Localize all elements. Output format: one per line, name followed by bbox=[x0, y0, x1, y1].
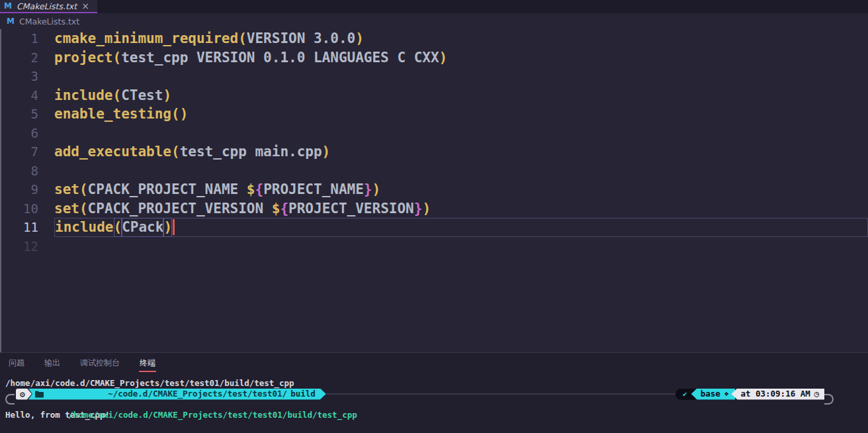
line-number: 8 bbox=[0, 162, 38, 181]
code-line-text: add_executable(test_cpp main.cpp) bbox=[54, 142, 868, 162]
terminal[interactable]: /home/axi/code.d/CMAKE_Projects/test/tes… bbox=[0, 373, 868, 433]
code-token: test_cpp VERSION 0.1.0 LANGUAGES C CXX bbox=[121, 48, 439, 68]
line-number: 1 bbox=[0, 29, 38, 48]
close-icon[interactable]: × bbox=[81, 1, 89, 11]
code-token: ( bbox=[238, 29, 247, 48]
line-number: 10 bbox=[0, 199, 38, 218]
code-token: ( bbox=[79, 199, 88, 218]
code-token: ( bbox=[114, 218, 122, 237]
code-line[interactable]: 11include(CPack) bbox=[0, 218, 868, 237]
code-line-text: set(CPACK_PROJECT_VERSION ${PROJECT_VERS… bbox=[54, 199, 868, 218]
code-token: ( bbox=[171, 142, 180, 162]
code-lines-container: 1cmake_minimum_required(VERSION 3.0.0)2p… bbox=[0, 29, 868, 256]
breadcrumb-label: CMakeLists.txt bbox=[19, 17, 79, 26]
editor-tab-bar: M CMakeLists.txt × bbox=[0, 0, 868, 13]
code-token: include bbox=[54, 86, 113, 105]
code-token: $ bbox=[272, 199, 281, 218]
code-token: } bbox=[364, 180, 372, 199]
text-cursor bbox=[173, 219, 175, 235]
terminal-command-line[interactable]: /home/axi/code.d/CMAKE_Projects/test/tes… bbox=[0, 399, 868, 410]
code-line[interactable]: 3 bbox=[0, 67, 868, 86]
code-line-text: include(CPack) bbox=[54, 218, 868, 237]
window-left-edge bbox=[0, 29, 1, 352]
conda-env-icon: ❖ bbox=[724, 389, 729, 399]
clock-icon: ◷ bbox=[814, 389, 819, 399]
panel-tab-problems[interactable]: 问题 bbox=[8, 354, 25, 372]
code-token: $ bbox=[247, 180, 255, 199]
gutter-spacer bbox=[38, 218, 54, 237]
code-line-text bbox=[54, 162, 868, 181]
code-token: { bbox=[280, 199, 288, 218]
code-line[interactable]: 5enable_testing() bbox=[0, 105, 868, 124]
panel-tab-output[interactable]: 输出 bbox=[44, 354, 61, 372]
code-line[interactable]: 2project(test_cpp VERSION 0.1.0 LANGUAGE… bbox=[0, 48, 868, 68]
prompt-path-prefix: ~/code.d/CMAKE_Projects/test/test01/ bbox=[108, 389, 287, 399]
code-token: test_cpp main.cpp bbox=[180, 142, 322, 162]
code-token: { bbox=[255, 180, 263, 199]
code-token: set bbox=[54, 180, 79, 199]
code-token: VERSION 3.0.0 bbox=[247, 29, 355, 48]
panel-tab-terminal[interactable]: 终端 bbox=[139, 354, 156, 372]
code-line[interactable]: 9set(CPACK_PROJECT_NAME ${PROJECT_NAME}) bbox=[0, 180, 868, 199]
code-token: enable_testing bbox=[54, 105, 171, 124]
gutter-spacer bbox=[38, 29, 54, 48]
line-number: 11 bbox=[0, 218, 38, 237]
code-token: ) bbox=[422, 199, 431, 218]
terminal-command-text: /home/axi/code.d/CMAKE_Projects/test/tes… bbox=[68, 410, 357, 420]
os-pill: ⚙ bbox=[16, 389, 32, 400]
code-token: } bbox=[414, 199, 423, 218]
prompt-time-pill: at 03:09:16 AM ◷ bbox=[731, 389, 824, 400]
gutter-spacer bbox=[38, 48, 54, 68]
prompt-path-segment: ~/code.d/CMAKE_Projects/test/test01/buil… bbox=[28, 389, 326, 400]
code-line[interactable]: 12 bbox=[0, 237, 868, 256]
code-line[interactable]: 1cmake_minimum_required(VERSION 3.0.0) bbox=[0, 29, 868, 48]
code-line-text: cmake_minimum_required(VERSION 3.0.0) bbox=[54, 29, 868, 48]
code-line[interactable]: 4include(CTest) bbox=[0, 86, 868, 105]
code-line[interactable]: 10set(CPACK_PROJECT_VERSION ${PROJECT_VE… bbox=[0, 199, 868, 218]
gutter-spacer bbox=[38, 86, 54, 105]
code-token: include bbox=[55, 218, 114, 237]
vscode-window: M CMakeLists.txt × M CMakeLists.txt 1cma… bbox=[0, 0, 868, 433]
code-token: PROJECT_NAME bbox=[263, 180, 364, 199]
prompt-path-dir: build bbox=[290, 389, 316, 399]
code-token: ) bbox=[322, 142, 331, 162]
code-token: project bbox=[54, 48, 113, 68]
gutter-spacer bbox=[38, 105, 54, 124]
prompt-env-pill: base ❖ bbox=[691, 389, 736, 400]
line-number: 7 bbox=[0, 142, 38, 162]
prompt-env-name: base bbox=[701, 389, 720, 399]
code-line-text bbox=[54, 67, 868, 86]
terminal-echo-line: /home/axi/code.d/CMAKE_Projects/test/tes… bbox=[0, 378, 868, 389]
code-line-text: include(CTest) bbox=[54, 86, 868, 105]
prompt-connector-line bbox=[326, 393, 675, 395]
code-token: ) bbox=[372, 180, 381, 199]
code-token: ) bbox=[163, 86, 171, 105]
line-number: 12 bbox=[0, 237, 38, 256]
code-token: ( bbox=[113, 48, 122, 68]
code-editor[interactable]: 1cmake_minimum_required(VERSION 3.0.0)2p… bbox=[0, 29, 868, 352]
code-line[interactable]: 8 bbox=[0, 162, 868, 181]
code-line[interactable]: 7add_executable(test_cpp main.cpp) bbox=[0, 142, 868, 162]
breadcrumb[interactable]: M CMakeLists.txt bbox=[0, 13, 868, 29]
code-token: ) bbox=[439, 48, 448, 68]
code-token: ) bbox=[355, 29, 364, 48]
panel-tab-debug-console[interactable]: 调试控制台 bbox=[79, 354, 120, 372]
tab-cmakelists[interactable]: M CMakeLists.txt × bbox=[0, 0, 97, 13]
code-token: set bbox=[54, 199, 79, 218]
code-line-text bbox=[54, 237, 868, 256]
code-token: CPACK_PROJECT_NAME bbox=[88, 180, 247, 199]
cmake-file-icon: M bbox=[4, 2, 12, 10]
code-token: ( bbox=[113, 86, 122, 105]
code-line[interactable]: 6 bbox=[0, 124, 868, 143]
terminal-prompt-block: ⚙ ~/code.d/CMAKE_Projects/test/test01/bu… bbox=[0, 389, 868, 410]
os-gear-icon: ⚙ bbox=[20, 390, 25, 399]
line-number: 9 bbox=[0, 180, 38, 199]
prompt-time-text: at 03:09:16 AM bbox=[740, 389, 810, 399]
code-token: PROJECT_VERSION bbox=[288, 199, 414, 218]
gutter-spacer bbox=[38, 162, 54, 181]
code-token: CTest bbox=[121, 86, 163, 105]
line-number: 6 bbox=[0, 124, 38, 143]
code-token: () bbox=[171, 105, 188, 124]
code-token: add_executable bbox=[54, 142, 171, 162]
code-token: CPACK_PROJECT_VERSION bbox=[88, 199, 272, 218]
